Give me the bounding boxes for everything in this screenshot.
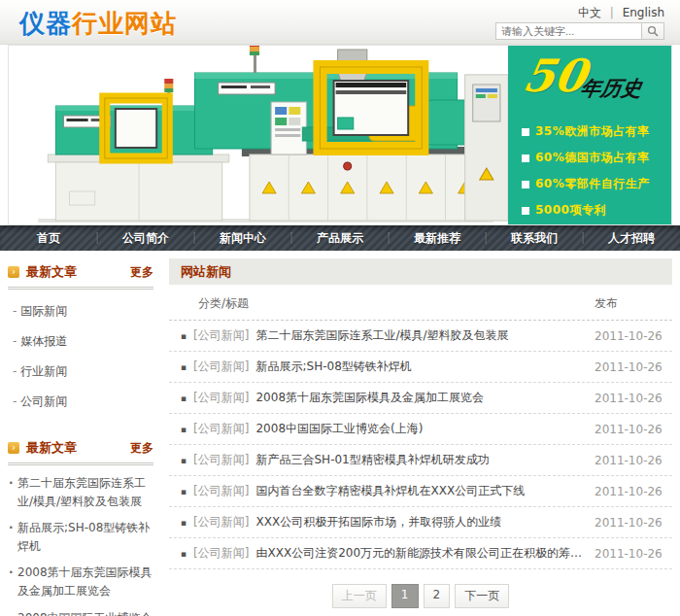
news-category[interactable]: [公司新闻] [193, 327, 249, 344]
page-title: 网站新闻 [169, 258, 672, 285]
nav-item-home[interactable]: 首页 [0, 225, 97, 251]
nav-item-recommended[interactable]: 最新推荐 [389, 225, 486, 251]
news-date: 2011-10-26 [595, 454, 668, 467]
article-link[interactable]: 2008第十届东莞国际模具及金属加工展览会 [8, 564, 153, 599]
article-link[interactable]: 第二十届东莞国际连系工业/模具/塑料胶及包装展 [8, 474, 153, 510]
category-item-international[interactable]: 国际新闻 [8, 296, 153, 326]
news-category[interactable]: [公司新闻] [193, 390, 249, 406]
news-title-link[interactable]: 第二十届东莞国际连系工业/模具/塑料胶及包装展 [255, 327, 595, 344]
news-category[interactable]: [公司新闻] [193, 545, 249, 562]
category-item-media[interactable]: 媒体报道 [8, 326, 153, 357]
row-bullet-icon: ▪ [181, 394, 187, 403]
lang-chinese-link[interactable]: 中文 [578, 6, 601, 19]
nav-item-about[interactable]: 公司简介 [97, 225, 194, 251]
machinery-photo [9, 46, 508, 224]
article-list: 第二十届东莞国际连系工业/模具/塑料胶及包装展 新品展示;SH-08型铸铁补焊机… [8, 465, 153, 616]
news-category[interactable]: [公司新闻] [193, 514, 249, 530]
row-bullet-icon: ▪ [181, 425, 187, 434]
nav-item-contact[interactable]: 联系我们 [486, 225, 583, 251]
logo-part-1: 仪器 [19, 9, 72, 38]
news-title-link[interactable]: XXX公司积极开拓国际市场，并取得骄人的业绩 [255, 514, 595, 530]
site-header: 仪器行业网站 中文 | English [0, 0, 680, 45]
search-bar [495, 22, 664, 40]
news-date: 2011-10-26 [595, 547, 668, 561]
sidebar-section-header: › 最新文章 更多 [8, 434, 153, 465]
pagination-prev-button[interactable]: 上一页 [332, 584, 387, 608]
sidebar-section-header: › 最新文章 更多 [8, 258, 153, 290]
row-bullet-icon: ▪ [181, 456, 187, 465]
more-link[interactable]: 更多 [130, 440, 153, 457]
news-date: 2011-10-26 [595, 329, 668, 343]
nav-item-news[interactable]: 新闻中心 [194, 225, 291, 251]
news-category[interactable]: [公司新闻] [193, 452, 249, 468]
table-row: ▪ [公司新闻] XXX公司积极开拓国际市场，并取得骄人的业绩 2011-10-… [169, 507, 672, 538]
category-item-company[interactable]: 公司新闻 [8, 387, 153, 417]
news-date: 2011-10-26 [595, 485, 668, 498]
table-row: ▪ [公司新闻] 新品展示;SH-08型铸铁补焊机 2011-10-26 [169, 352, 672, 383]
table-row: ▪ [公司新闻] 由XXX公司注资200万元的新能源技术有限公司正在积极的筹备中… [169, 538, 672, 569]
main-panel: 网站新闻 分类/标题 发布 ▪ [公司新闻] 第二十届东莞国际连系工业/模具/塑… [169, 258, 672, 616]
article-link[interactable]: 2008中国国际工业博览会(上海) [8, 609, 153, 616]
banner-bullet-text: 5000项专利 [535, 202, 606, 219]
news-title-link[interactable]: 由XXX公司注资200万元的新能源技术有限公司正在积极的筹备中 [255, 545, 595, 562]
row-bullet-icon: ▪ [181, 549, 187, 559]
banner-bullet-text: 35%欧洲市场占有率 [535, 123, 650, 140]
pagination: 上一页 1 2 下一页 [169, 584, 672, 608]
table-row: ▪ [公司新闻] 第二十届东莞国际连系工业/模具/塑料胶及包装展 2011-10… [169, 321, 672, 352]
main-navigation: 首页 公司简介 新闻中心 产品展示 最新推荐 联系我们 人才招聘 [0, 225, 680, 251]
more-link[interactable]: 更多 [130, 264, 153, 281]
table-row: ▪ [公司新闻] 2008第十届东莞国际模具及金属加工展览会 2011-10-2… [169, 383, 672, 414]
logo-part-2: 行业网站 [72, 9, 177, 38]
square-bullet-icon [522, 154, 529, 162]
news-date: 2011-10-26 [595, 360, 668, 374]
hero-banner: 50年历史 35%欧洲市场占有率 60%德国市场占有率 60%零部件自行生产 5… [8, 45, 672, 225]
news-title-link[interactable]: 国内首台全数字精密模具补焊机在XXX公司正式下线 [255, 483, 595, 499]
banner-bullet-text: 60%德国市场占有率 [535, 150, 650, 166]
news-category[interactable]: [公司新闻] [193, 359, 249, 375]
banner-bullet-list: 35%欧洲市场占有率 60%德国市场占有率 60%零部件自行生产 5000项专利 [522, 123, 660, 219]
lang-english-link[interactable]: English [623, 6, 664, 19]
news-date: 2011-10-26 [595, 423, 668, 436]
table-row: ▪ [公司新闻] 新产品三合SH-01型精密模具补焊机研发成功 2011-10-… [169, 445, 672, 476]
news-date: 2011-10-26 [595, 516, 668, 530]
banner-bullet: 35%欧洲市场占有率 [522, 123, 660, 140]
search-button[interactable] [641, 22, 664, 40]
news-title-link[interactable]: 新产品三合SH-01型精密模具补焊机研发成功 [255, 452, 595, 468]
banner-highlight-panel: 50年历史 35%欧洲市场占有率 60%德国市场占有率 60%零部件自行生产 5… [508, 46, 671, 224]
banner-bullet: 5000项专利 [522, 202, 660, 219]
years-label: 年历史 [579, 77, 644, 100]
site-logo[interactable]: 仪器行业网站 [19, 7, 177, 41]
pagination-page-1[interactable]: 1 [391, 584, 419, 608]
sidebar-categories-section: › 最新文章 更多 国际新闻 媒体报道 行业新闻 公司新闻 [8, 258, 153, 427]
news-category[interactable]: [公司新闻] [193, 483, 249, 499]
sidebar: › 最新文章 更多 国际新闻 媒体报道 行业新闻 公司新闻 › 最新文章 更多 … [8, 258, 153, 616]
nav-item-jobs[interactable]: 人才招聘 [583, 225, 680, 251]
news-title-link[interactable]: 2008中国国际工业博览会(上海) [255, 421, 595, 437]
news-category[interactable]: [公司新闻] [193, 421, 249, 437]
sidebar-section-title: 最新文章 [26, 439, 130, 457]
lang-divider: | [610, 6, 614, 19]
square-bullet-icon [522, 207, 529, 215]
row-bullet-icon: ▪ [181, 362, 187, 372]
pagination-page-2[interactable]: 2 [424, 584, 451, 608]
content-area: › 最新文章 更多 国际新闻 媒体报道 行业新闻 公司新闻 › 最新文章 更多 … [0, 251, 680, 616]
language-switcher: 中文 | English [578, 5, 664, 21]
sidebar-section-title: 最新文章 [26, 263, 130, 281]
category-list: 国际新闻 媒体报道 行业新闻 公司新闻 [8, 290, 153, 427]
column-header-date: 发布 [595, 295, 668, 312]
square-bullet-icon [522, 181, 529, 188]
news-title-link[interactable]: 2008第十届东莞国际模具及金属加工展览会 [255, 390, 595, 406]
column-header-title: 分类/标题 [198, 295, 595, 312]
injection-molding-machines-illustration [9, 46, 508, 224]
news-title-link[interactable]: 新品展示;SH-08型铸铁补焊机 [255, 359, 595, 375]
row-bullet-icon: ▪ [181, 518, 187, 528]
category-item-industry[interactable]: 行业新闻 [8, 357, 153, 387]
search-input[interactable] [495, 22, 641, 40]
square-bullet-icon [522, 128, 529, 136]
article-link[interactable]: 新品展示;SH-08型铸铁补焊机 [8, 519, 153, 555]
nav-item-products[interactable]: 产品展示 [291, 225, 389, 251]
table-row: ▪ [公司新闻] 国内首台全数字精密模具补焊机在XXX公司正式下线 2011-1… [169, 476, 672, 507]
banner-bullet: 60%零部件自行生产 [522, 176, 660, 192]
pagination-next-button[interactable]: 下一页 [455, 584, 509, 608]
row-bullet-icon: ▪ [181, 487, 187, 496]
